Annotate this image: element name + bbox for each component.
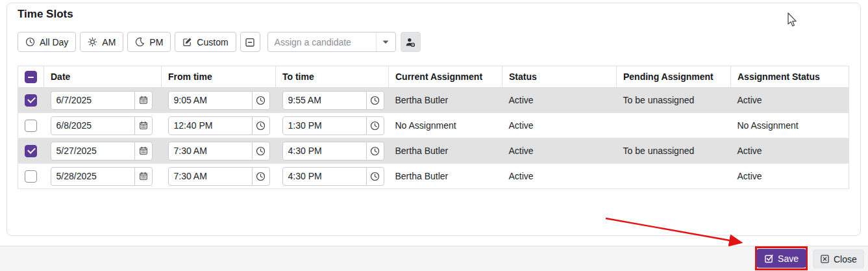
to-time-input[interactable] <box>282 167 367 186</box>
clock-icon <box>256 146 266 156</box>
column-header-from-time: From time <box>162 66 276 88</box>
clock-icon <box>370 96 380 105</box>
footer-bar: Save Close <box>0 246 868 271</box>
assignment-status-cell: No Assignment <box>731 113 849 138</box>
clock-icon <box>256 121 266 131</box>
to-time-input[interactable] <box>282 142 367 161</box>
pending-assignment-cell: To be unassigned <box>617 138 731 164</box>
column-header-assignment-status: Assignment Status <box>731 66 849 88</box>
row-checkbox[interactable] <box>25 94 37 107</box>
date-picker-button[interactable] <box>134 142 153 161</box>
clock-icon <box>256 96 266 105</box>
clock-icon <box>256 172 266 181</box>
table-header-row: Date From time To time Current Assignmen… <box>18 66 849 88</box>
from-time-picker-button[interactable] <box>252 116 270 135</box>
toolbar: All Day AM PM Custom Assign a candidate <box>18 32 421 52</box>
from-time-picker-button[interactable] <box>252 91 270 110</box>
calendar-icon <box>139 172 148 181</box>
column-header-date: Date <box>44 66 162 88</box>
person-gear-icon <box>405 37 415 47</box>
pm-label: PM <box>149 37 163 47</box>
assign-candidate-placeholder: Assign a candidate <box>268 37 376 47</box>
pending-assignment-cell: To be unassigned <box>617 88 731 113</box>
check-square-icon <box>764 253 774 263</box>
to-time-picker-button[interactable] <box>366 116 384 135</box>
clock-icon <box>370 146 380 156</box>
calendar-icon <box>139 121 148 130</box>
edit-icon <box>182 37 192 47</box>
from-time-input[interactable] <box>168 167 253 186</box>
close-button[interactable]: Close <box>813 250 864 268</box>
moon-icon <box>135 37 145 47</box>
am-button[interactable]: AM <box>80 32 123 52</box>
assignment-status-cell: Active <box>731 88 849 113</box>
to-time-picker-button[interactable] <box>366 91 384 110</box>
am-label: AM <box>102 37 116 47</box>
current-assignment-cell: Bertha Butler <box>389 88 502 113</box>
pending-assignment-cell <box>617 113 731 138</box>
status-cell: Active <box>502 88 617 113</box>
date-input[interactable] <box>51 142 135 161</box>
date-picker-button[interactable] <box>134 91 153 110</box>
clock-icon <box>370 172 380 181</box>
status-cell: Active <box>502 138 617 164</box>
pm-button[interactable]: PM <box>127 32 171 52</box>
row-checkbox[interactable] <box>25 145 37 157</box>
column-header-pending-assignment: Pending Assignment <box>617 66 731 88</box>
column-header-status: Status <box>502 66 617 88</box>
select-caret-zone[interactable] <box>376 32 395 51</box>
current-assignment-cell: Bertha Butler <box>389 164 502 189</box>
column-header-current-assignment: Current Assignment <box>389 66 502 88</box>
to-time-input[interactable] <box>282 116 367 135</box>
column-header-to-time: To time <box>276 66 389 88</box>
time-slots-table: Date From time To time Current Assignmen… <box>18 66 849 189</box>
sun-icon <box>88 37 97 47</box>
annotation-highlight-box: Save <box>755 246 808 270</box>
status-cell: Active <box>502 113 617 138</box>
assignment-status-cell: Active <box>731 164 849 189</box>
status-cell: Active <box>502 164 617 189</box>
table-row: Bertha Butler Active To be unassigned Ac… <box>18 138 849 164</box>
to-time-input[interactable] <box>282 91 367 110</box>
date-picker-button[interactable] <box>134 167 153 186</box>
to-time-picker-button[interactable] <box>366 167 384 186</box>
to-time-picker-button[interactable] <box>366 142 384 161</box>
table-row: No Assignment Active No Assignment <box>18 113 849 138</box>
custom-button[interactable]: Custom <box>175 32 236 52</box>
close-label: Close <box>834 254 857 265</box>
calendar-picker-button[interactable] <box>240 32 260 52</box>
current-assignment-cell: No Assignment <box>389 113 502 138</box>
calendar-minus-icon <box>245 37 255 47</box>
time-slots-panel: Time Slots All Day AM PM Custom Assign a… <box>6 3 861 236</box>
assign-candidate-select[interactable]: Assign a candidate <box>267 32 396 52</box>
custom-label: Custom <box>197 37 228 47</box>
calendar-icon <box>139 146 148 155</box>
save-button[interactable]: Save <box>756 249 806 268</box>
table-row: Bertha Butler Active Active <box>18 164 849 189</box>
from-time-picker-button[interactable] <box>252 167 270 186</box>
from-time-input[interactable] <box>168 142 253 161</box>
date-input[interactable] <box>51 91 135 110</box>
clock-icon <box>370 121 380 131</box>
date-picker-button[interactable] <box>134 116 153 135</box>
row-checkbox[interactable] <box>25 120 37 132</box>
calendar-icon <box>139 96 148 105</box>
row-checkbox[interactable] <box>25 170 37 183</box>
select-all-checkbox[interactable] <box>25 71 37 83</box>
date-input[interactable] <box>51 167 135 186</box>
assignment-status-cell: Active <box>731 138 849 164</box>
all-day-button[interactable]: All Day <box>18 32 76 52</box>
from-time-input[interactable] <box>168 116 253 135</box>
all-day-label: All Day <box>40 37 68 47</box>
close-icon <box>820 254 830 264</box>
from-time-input[interactable] <box>168 91 253 110</box>
current-assignment-cell: Bertha Butler <box>389 138 502 164</box>
from-time-picker-button[interactable] <box>252 142 270 161</box>
save-label: Save <box>778 253 799 264</box>
chevron-down-icon <box>382 40 389 44</box>
pending-assignment-cell <box>617 164 731 189</box>
clock-icon <box>25 37 35 47</box>
assign-person-button[interactable] <box>401 32 421 52</box>
date-input[interactable] <box>51 116 135 135</box>
table-row: Bertha Butler Active To be unassigned Ac… <box>18 88 849 113</box>
